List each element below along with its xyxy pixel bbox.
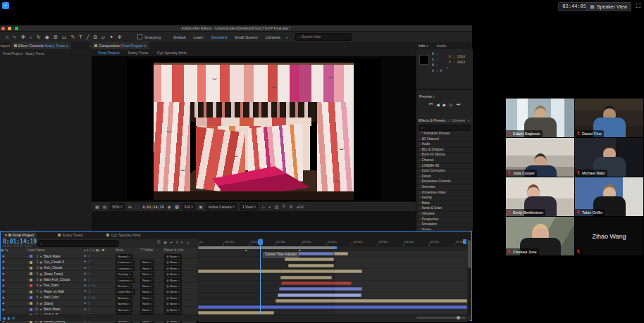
frame-blend-icon[interactable]: ◑ (175, 240, 178, 245)
timeline-footer-toggles[interactable]: ◉◉⚙ (3, 316, 16, 320)
current-time-indicator[interactable] (260, 239, 261, 315)
participant-tile[interactable]: Emily Berkheimer (506, 177, 574, 216)
draft-3d-icon[interactable]: ❖ (163, 240, 167, 245)
effects-category[interactable]: ›Simulation (416, 222, 473, 228)
work-area-end-handle[interactable] (334, 246, 337, 249)
expand-layer-icon[interactable]: › (27, 254, 28, 259)
tab-effect-controls[interactable]: Effect Controls Scary Tress ≡ (11, 42, 71, 49)
layer-name-cell[interactable]: ›10★Black Mask (27, 307, 84, 312)
layer-name[interactable]: Arch_Clouds (44, 265, 62, 270)
grid-guides-icon[interactable]: ⊞ (128, 204, 132, 209)
layer-row[interactable]: ◉›6■Tree_Stars⊕ ╱ fxScreen ˅None ˅◎ None… (1, 283, 197, 289)
layer-name-header[interactable]: Layer Name (27, 248, 84, 253)
layer-duration-bar[interactable] (285, 258, 334, 261)
layer-name[interactable]: Paper on Wall (44, 289, 64, 294)
trkmat-dropdown[interactable]: None ˅ (140, 283, 164, 289)
mode-header[interactable]: Mode (116, 248, 140, 253)
workspace-libraries[interactable]: Libraries (266, 35, 280, 39)
layer-row[interactable]: ◉›8★Wall Color⊕ ╱ fxNormal ˅None ˅◎ None… (1, 295, 197, 300)
puppet-pin-tool[interactable]: ✜ (118, 34, 122, 40)
blend-mode-dropdown[interactable]: Screen ˅ (116, 283, 140, 289)
layer-label-color[interactable] (30, 302, 32, 305)
effects-category[interactable]: ›Color Correction (416, 169, 473, 175)
time-ruler[interactable]: 0s00:30s01:00s01:30s02:00s02:30s03:00s03… (198, 239, 467, 246)
parent-link-dropdown[interactable]: ◎ None ˅ (164, 283, 197, 289)
layer-switches[interactable]: ⊕ ╱ fx (84, 295, 116, 300)
panel-overflow-icon[interactable]: » (467, 118, 469, 122)
timeline-tab-1[interactable]: × Final Project (2, 232, 37, 239)
graph-editor-icon[interactable]: ∿ (186, 240, 190, 245)
magnification-icon[interactable]: ▤ (103, 204, 107, 209)
zoom-level-dropdown[interactable]: 50% ˅ (110, 203, 124, 210)
layer-duration-bar[interactable] (288, 264, 334, 267)
layer-name[interactable]: Black Mask (44, 307, 61, 312)
search-help-input[interactable]: ⌕ Search Help (295, 33, 352, 41)
layer-visibility-toggles[interactable]: ◉ (1, 307, 27, 312)
layer-label-color[interactable] (30, 308, 32, 311)
trkmat-dropdown[interactable]: None ˅ (140, 295, 164, 300)
blend-mode-dropdown[interactable]: Normal ˅ (116, 300, 140, 306)
camera-dropdown[interactable]: Active Camera ˅ (206, 203, 237, 210)
layer-label-color[interactable] (30, 279, 32, 281)
trkmat-dropdown[interactable]: None ˅ (140, 277, 164, 283)
blend-mode-dropdown[interactable]: Overlay ˅ (116, 271, 140, 277)
layer-switches[interactable]: ⊕ ╱ fx (84, 283, 116, 289)
layer-switches[interactable]: ⊕ ╱ (84, 271, 116, 277)
expand-layer-icon[interactable]: › (27, 301, 28, 306)
layer-switches[interactable]: ⊕ ╱ (84, 259, 116, 265)
blend-mode-dropdown[interactable]: Luminosi ˅ (116, 277, 140, 283)
hide-shy-icon[interactable]: ◒ (170, 240, 173, 245)
viewer-tab-2[interactable]: Scary Tress (125, 49, 152, 56)
layer-switches[interactable]: ⊕ ╱ (84, 265, 116, 271)
effects-category[interactable]: ›Obsolete (416, 212, 473, 217)
tab-composition[interactable]: Composition Final Project ≡ (92, 42, 149, 49)
layer-label-color[interactable] (30, 255, 32, 258)
layer-visibility-toggles[interactable]: ◉ (1, 271, 27, 277)
layer-name-cell[interactable]: ›6■Tree_Stars (27, 283, 84, 289)
layer-row[interactable]: ◉›7▤Paper on Wall⊕ ╱Color Bur ˅None ˅◎ N… (1, 289, 197, 294)
layer-switches[interactable]: ⊕ ╱ (84, 289, 116, 294)
layer-visibility-toggles[interactable]: ◉ (1, 259, 27, 265)
participant-tile[interactable]: Chelsea June (506, 217, 574, 255)
meeting-security-icon[interactable]: ✓ (2, 2, 9, 9)
trkmat-header[interactable]: T TrkMat (140, 248, 164, 253)
comp-flowchart-icon[interactable]: ⎘ (157, 240, 161, 245)
view-layout-dropdown[interactable]: 1 View ˅ (240, 203, 258, 210)
fullscreen-icon[interactable]: ⛶ (634, 2, 643, 10)
participant-tile[interactable]: Tobin Griffin (575, 177, 643, 216)
roto-brush-tool[interactable]: ✦ (109, 34, 113, 40)
clone-stamp-tool[interactable]: ⧉ (94, 34, 97, 40)
composition-viewer[interactable] (92, 56, 416, 201)
parent-link-dropdown[interactable]: ◎ None ˅ (164, 295, 197, 300)
parent-link-dropdown[interactable]: ◎ None ˅ (164, 289, 197, 294)
work-area-bar[interactable] (198, 246, 335, 249)
layer-name-cell[interactable]: ›5▦Main Arch_Clouds (27, 277, 84, 283)
layer-name[interactable]: Wall Color (44, 295, 58, 300)
parent-link-header[interactable]: Parent & Link (164, 248, 197, 253)
workspace-learn[interactable]: Learn (194, 35, 204, 39)
blend-mode-dropdown[interactable]: Normal ˅ (116, 307, 140, 312)
parent-link-dropdown[interactable]: ◎ None ˅ (164, 300, 197, 306)
expand-layer-icon[interactable]: › (27, 265, 28, 270)
hand-tool[interactable]: ✥ (21, 34, 25, 40)
parent-link-dropdown[interactable]: ◎ None ˅ (164, 265, 197, 271)
marker[interactable] (299, 250, 301, 251)
layer-visibility-toggles[interactable]: ◉ (1, 253, 27, 259)
parent-link-dropdown[interactable]: ◎ None ˅ (164, 271, 197, 277)
blend-mode-dropdown[interactable]: Color Bur ˅ (116, 289, 140, 294)
motion-blur-icon[interactable]: ◐ (180, 240, 183, 245)
effects-category[interactable]: ›* Animation Presets (416, 132, 473, 137)
trkmat-dropdown[interactable]: None ˅ (140, 300, 164, 306)
effects-category[interactable]: ›Boris FX Mocha (416, 153, 473, 158)
effects-category[interactable]: ›Matte (416, 201, 473, 207)
transport-button-2[interactable]: ◀ (436, 102, 440, 107)
trkmat-dropdown[interactable]: None ˅ (140, 259, 164, 265)
layer-name-cell[interactable]: ›3▦Arch_Clouds (27, 265, 84, 271)
roi-icon[interactable]: ▣ (199, 204, 203, 209)
layer-duration-bar[interactable] (295, 252, 334, 255)
effects-presets-title[interactable]: Effects & Presets (419, 118, 445, 122)
transport-button-4[interactable]: ▷ (450, 102, 453, 107)
expand-layer-icon[interactable]: › (27, 283, 28, 288)
effects-category[interactable]: ›Blur & Sharpen (416, 148, 473, 153)
layer-name-cell[interactable]: ›4▦[Scary Tress] (27, 271, 84, 277)
